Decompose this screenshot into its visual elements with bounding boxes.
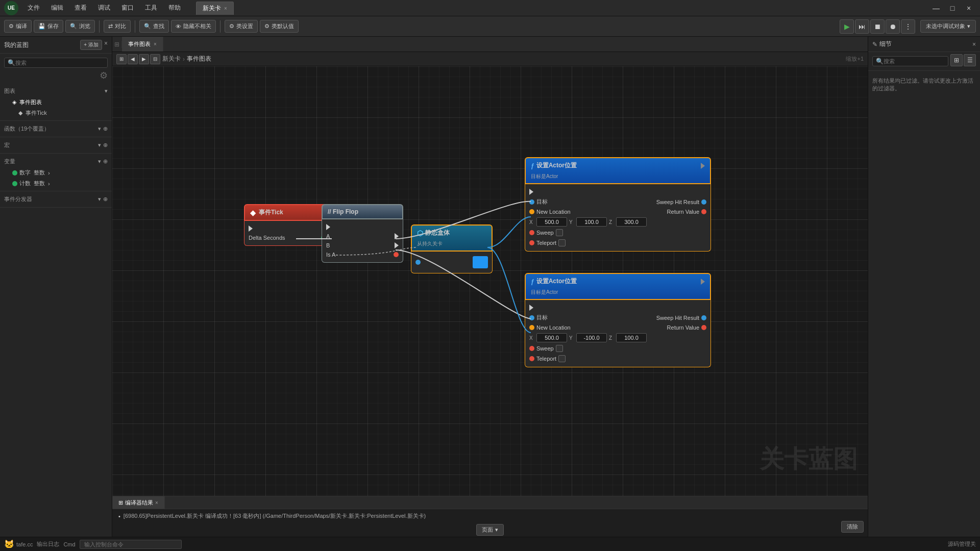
search-box[interactable]: 🔍 bbox=[4, 58, 108, 68]
nav-up-button[interactable]: ⊟ bbox=[150, 54, 160, 64]
more-options-button[interactable]: ⋮ bbox=[901, 19, 915, 34]
functions-section-title[interactable]: 函数（19个覆盖） ▾ ⊕ bbox=[4, 123, 108, 135]
set-loc2-return-pin bbox=[701, 325, 706, 330]
set-loc1-z-input[interactable] bbox=[616, 217, 647, 227]
menu-help[interactable]: 帮助 bbox=[163, 2, 186, 14]
output-log-item[interactable]: 输出日志 bbox=[37, 540, 59, 548]
menu-debug[interactable]: 调试 bbox=[93, 2, 115, 14]
set-loc1-y-input[interactable] bbox=[576, 217, 607, 227]
var-number-item[interactable]: 数字 整数 › bbox=[4, 167, 108, 178]
graphs-section-title[interactable]: 图表 ▾ bbox=[4, 85, 108, 97]
flip-flop-isa-row: Is A bbox=[326, 250, 399, 259]
set-loc1-sweep-checkbox[interactable] bbox=[556, 229, 563, 236]
diff-button[interactable]: ⇄ 对比 bbox=[104, 20, 131, 33]
graph-canvas[interactable]: ◆ 事件Tick Delta Seconds bbox=[112, 66, 868, 496]
add-function-icon[interactable]: ⊕ bbox=[103, 126, 108, 132]
source-control-label[interactable]: 源码管理关 bbox=[948, 540, 976, 548]
settings-icon[interactable]: ⚙ bbox=[100, 70, 108, 81]
clear-button[interactable]: 清除 bbox=[841, 521, 864, 533]
details-search-box[interactable]: 🔍 bbox=[872, 56, 948, 66]
event-graph-item[interactable]: ◈ 事件图表 bbox=[4, 97, 108, 108]
tab-event-graph-close[interactable]: × bbox=[154, 41, 157, 47]
nav-back-button[interactable]: ◀ bbox=[128, 54, 138, 64]
flip-flop-node[interactable]: // Flip Flop A B bbox=[322, 204, 403, 263]
close-button[interactable]: × bbox=[962, 3, 976, 13]
cmd-item[interactable]: Cmd bbox=[63, 541, 75, 547]
set-loc2-y-input[interactable] bbox=[576, 333, 607, 342]
expand-icon: ▾ bbox=[105, 88, 108, 94]
tab-event-graph[interactable]: 事件图表 × bbox=[122, 37, 163, 52]
maximize-button[interactable]: □ bbox=[945, 3, 960, 13]
debug-dropdown[interactable]: 未选中调试对象 ▾ bbox=[920, 20, 976, 33]
details-search-input[interactable] bbox=[884, 58, 945, 64]
event-dispatchers-title[interactable]: 事件分发器 ▾ ⊕ bbox=[4, 193, 108, 205]
add-macro-icon[interactable]: ⊕ bbox=[103, 142, 108, 148]
cmd-input-area[interactable] bbox=[80, 540, 944, 549]
chevron-down-page-icon: ▾ bbox=[495, 527, 498, 533]
browse-button[interactable]: 🔍 浏览 bbox=[65, 20, 95, 33]
details-header: ✎ 细节 × bbox=[868, 37, 980, 52]
set-loc2-sweep-checkbox[interactable] bbox=[556, 345, 563, 352]
variables-section-title[interactable]: 变量 ▾ ⊕ bbox=[4, 156, 108, 167]
cmd-input[interactable] bbox=[80, 540, 182, 549]
page-indicator[interactable]: 页面 ▾ bbox=[476, 524, 503, 536]
add-dispatcher-icon[interactable]: ⊕ bbox=[103, 196, 108, 203]
var-count-item[interactable]: 计数 整数 › bbox=[4, 178, 108, 189]
menu-bar[interactable]: 文件 编辑 查看 调试 窗口 工具 帮助 bbox=[22, 2, 186, 14]
menu-file[interactable]: 文件 bbox=[22, 2, 45, 14]
tab-new-level[interactable]: 新关卡 × bbox=[196, 2, 234, 15]
play-next-button[interactable]: ⏭ bbox=[855, 19, 869, 34]
record-button[interactable]: ⏺ bbox=[886, 19, 900, 34]
set-loc2-teleport-checkbox[interactable] bbox=[558, 355, 566, 362]
class-defaults-button[interactable]: ⚙ 类默认值 bbox=[260, 20, 299, 33]
stop-button[interactable]: ⏹ bbox=[870, 19, 885, 34]
compile-button[interactable]: ⚙ 编译 bbox=[4, 20, 32, 33]
app-logo: UE bbox=[4, 1, 18, 15]
event-tick-item[interactable]: ◆ 事件Tick bbox=[4, 108, 108, 118]
toolbar-separator-2 bbox=[135, 20, 135, 33]
ff-exec-in bbox=[326, 224, 330, 230]
breadcrumb-current: 事件图表 bbox=[187, 55, 211, 63]
set-loc2-z-input[interactable] bbox=[616, 333, 647, 342]
menu-edit[interactable]: 编辑 bbox=[46, 2, 68, 14]
cmd-label: Cmd bbox=[63, 541, 75, 547]
find-button[interactable]: 🔍 查找 bbox=[139, 20, 169, 33]
details-list-view-button[interactable]: ☰ bbox=[964, 54, 976, 66]
breadcrumb-root[interactable]: 新关卡 bbox=[162, 55, 181, 63]
expand-functions-icon: ▾ bbox=[98, 126, 101, 132]
details-close-icon[interactable]: × bbox=[972, 41, 976, 48]
event-dispatchers-section: 事件分发器 ▾ ⊕ bbox=[0, 191, 112, 208]
menu-tools[interactable]: 工具 bbox=[140, 2, 162, 14]
static-mesh-node[interactable]: ⬡ 静态盒体 从持久关卡 bbox=[411, 224, 493, 273]
search-input[interactable] bbox=[15, 60, 104, 66]
macros-section-title[interactable]: 宏 ▾ ⊕ bbox=[4, 139, 108, 151]
compiler-results-close[interactable]: × bbox=[155, 500, 158, 506]
compiler-results-tab[interactable]: ⊞ 编译器结果 × bbox=[112, 496, 165, 509]
nav-forward-button[interactable]: ▶ bbox=[139, 54, 149, 64]
tab-close-icon[interactable]: × bbox=[224, 6, 227, 11]
tafe-item[interactable]: 🐱 tafe.cc bbox=[4, 539, 33, 549]
panel-nav-icon[interactable]: ⊞ bbox=[114, 41, 119, 48]
nav-controls: ⊞ ◀ ▶ ⊟ bbox=[116, 54, 160, 64]
set-loc1-newloc-label: New Location bbox=[536, 209, 571, 215]
mesh-out-pin bbox=[415, 260, 421, 265]
set-loc2-x-input[interactable] bbox=[536, 333, 567, 342]
class-settings-button[interactable]: ⚙ 类设置 bbox=[225, 20, 258, 33]
play-button[interactable]: ▶ bbox=[840, 19, 854, 34]
set-location-node-1[interactable]: ƒ 设置Actor位置 目标是Actor bbox=[525, 157, 711, 252]
add-var-icon[interactable]: ⊕ bbox=[103, 158, 108, 165]
details-grid-view-button[interactable]: ⊞ bbox=[950, 54, 963, 66]
minimize-button[interactable]: — bbox=[929, 3, 943, 13]
nav-grid-icon[interactable]: ⊞ bbox=[116, 54, 127, 64]
my-blueprints-close[interactable]: × bbox=[104, 40, 108, 50]
set-loc1-teleport-checkbox[interactable] bbox=[558, 239, 566, 246]
event-tick-node[interactable]: ◆ 事件Tick Delta Seconds bbox=[244, 204, 331, 246]
menu-window[interactable]: 窗口 bbox=[116, 2, 139, 14]
hide-unrelated-button[interactable]: 👁 隐藏不相关 bbox=[171, 20, 216, 33]
save-button[interactable]: 💾 保存 bbox=[34, 20, 63, 33]
add-button[interactable]: + 添加 bbox=[80, 40, 102, 50]
set-location-node-2[interactable]: ƒ 设置Actor位置 目标是Actor bbox=[525, 273, 711, 367]
set-loc2-newloc-label-row: New Location Return Value bbox=[529, 323, 706, 332]
menu-view[interactable]: 查看 bbox=[69, 2, 92, 14]
set-loc1-x-input[interactable] bbox=[536, 217, 567, 227]
